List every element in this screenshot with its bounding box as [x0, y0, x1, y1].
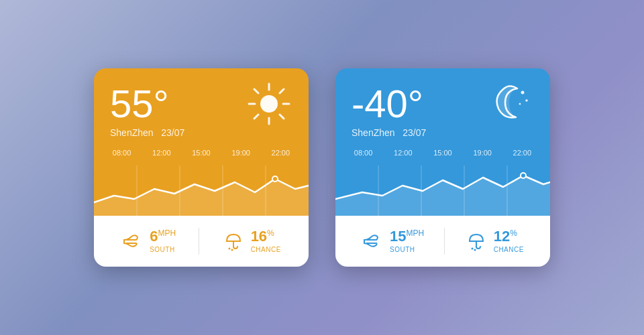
- day-time-4: 19:00: [231, 149, 250, 157]
- day-date: 23/07: [161, 127, 184, 138]
- sun-icon: [246, 80, 292, 130]
- night-wind-icon: [362, 230, 383, 252]
- night-chart-svg: [335, 165, 550, 216]
- day-wind-value: 6MPH SOUTH: [150, 229, 176, 253]
- day-time-1: 08:00: [113, 149, 131, 157]
- day-weather-card: 55° ShenZhen 23/07 08: [94, 68, 309, 267]
- night-rain-number: 12%: [494, 229, 524, 244]
- svg-point-21: [519, 103, 521, 105]
- svg-point-14: [273, 177, 277, 181]
- day-card-top: 55° ShenZhen 23/07 08: [94, 68, 309, 216]
- day-wind-stat: 6MPH SOUTH: [121, 229, 176, 253]
- svg-line-6: [280, 89, 284, 93]
- night-time-5: 22:00: [513, 149, 532, 157]
- night-wind-number: 15MPH: [390, 229, 424, 244]
- night-weather-card: -40° ShenZhen 23/07 08:00 12:00 15:00: [335, 68, 550, 267]
- moon-icon: [490, 80, 534, 127]
- night-time-4: 19:00: [473, 149, 492, 157]
- night-wind-stat: 15MPH SOUTH: [362, 229, 424, 253]
- day-chart-svg: [94, 165, 309, 216]
- day-chart: 08:00 12:00 15:00 19:00 22:00: [94, 149, 309, 216]
- night-card-top: -40° ShenZhen 23/07 08:00 12:00 15:00: [335, 68, 550, 216]
- day-rain-label: CHANCE: [251, 246, 281, 253]
- night-date: 23/07: [402, 127, 426, 138]
- night-time-1: 08:00: [354, 149, 373, 157]
- svg-line-7: [254, 115, 258, 119]
- night-chart: 08:00 12:00 15:00 19:00 22:00: [335, 149, 550, 216]
- svg-line-4: [254, 89, 258, 93]
- day-location: ShenZhen: [110, 127, 154, 138]
- day-rain-number: 16%: [251, 229, 281, 244]
- day-rain-icon: [223, 230, 244, 252]
- svg-point-30: [471, 247, 473, 249]
- night-rain-icon: [466, 230, 487, 252]
- day-rain-value: 16% CHANCE: [251, 229, 281, 253]
- day-stat-divider: [199, 228, 199, 255]
- night-location: ShenZhen: [352, 127, 395, 138]
- svg-point-19: [521, 91, 525, 94]
- day-time-labels: 08:00 12:00 15:00 19:00 22:00: [94, 149, 309, 157]
- svg-point-31: [474, 249, 476, 251]
- day-time-3: 15:00: [192, 149, 211, 157]
- night-time-labels: 08:00 12:00 15:00 19:00 22:00: [335, 149, 550, 157]
- day-time-2: 12:00: [152, 149, 171, 157]
- svg-point-17: [228, 247, 230, 249]
- day-wind-dir: SOUTH: [150, 246, 176, 253]
- svg-point-18: [231, 249, 233, 251]
- night-rain-label: CHANCE: [494, 246, 524, 253]
- day-wind-number: 6MPH: [150, 229, 176, 244]
- day-time-5: 22:00: [272, 149, 290, 157]
- svg-line-5: [280, 115, 284, 119]
- day-card-bottom: 6MPH SOUTH 16% CHANCE: [94, 216, 309, 267]
- night-rain-value: 12% CHANCE: [494, 229, 524, 253]
- night-stat-divider: [444, 228, 445, 255]
- day-wind-icon: [121, 230, 143, 252]
- night-time-3: 15:00: [433, 149, 452, 157]
- night-rain-stat: 12% CHANCE: [466, 229, 524, 253]
- night-location-date: ShenZhen 23/07: [352, 127, 534, 138]
- day-rain-stat: 16% CHANCE: [223, 229, 281, 253]
- night-time-2: 12:00: [394, 149, 413, 157]
- night-wind-value: 15MPH SOUTH: [390, 229, 424, 253]
- svg-point-20: [525, 99, 528, 102]
- svg-point-27: [521, 174, 525, 178]
- svg-point-8: [260, 95, 278, 113]
- night-card-bottom: 15MPH SOUTH 12% CHANCE: [335, 216, 550, 267]
- night-wind-dir: SOUTH: [390, 246, 424, 253]
